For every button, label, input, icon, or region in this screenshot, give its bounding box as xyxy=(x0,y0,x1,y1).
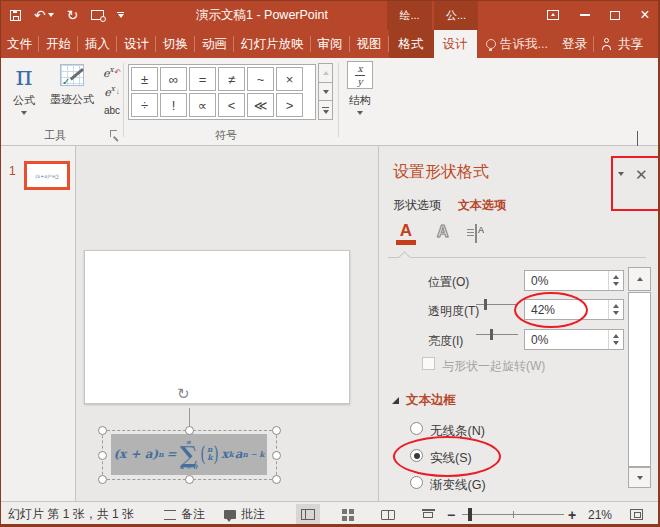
pane-scrollbar-thumb[interactable] xyxy=(628,292,651,467)
zoom-level[interactable]: 21% xyxy=(588,502,612,527)
symbol-cell[interactable]: ± xyxy=(131,67,158,91)
dialog-launcher-icon[interactable] xyxy=(110,130,119,139)
close-button[interactable]: × xyxy=(632,0,658,30)
transparency-slider-handle[interactable] xyxy=(484,299,487,310)
tab-home[interactable]: 开始 xyxy=(39,30,78,58)
tab-slideshow[interactable]: 幻灯片放映 xyxy=(234,30,311,58)
gallery-scroll-up-button[interactable] xyxy=(318,63,333,83)
brightness-slider-handle[interactable] xyxy=(490,329,493,340)
resize-handle-e[interactable] xyxy=(272,451,281,460)
slide-canvas[interactable]: ↻ (x + a)n = n ∑ k = 0 ( nk xyxy=(84,250,350,404)
gallery-more-button[interactable] xyxy=(318,100,333,120)
redo-button[interactable]: ↻ xyxy=(67,8,79,22)
tab-insert[interactable]: 插入 xyxy=(78,30,117,58)
resize-handle-ne[interactable] xyxy=(272,426,281,435)
slideshow-view-button[interactable] xyxy=(416,504,440,525)
symbol-cell[interactable]: ≪ xyxy=(247,93,274,117)
pane-scroll-up-button[interactable] xyxy=(628,267,651,291)
slide-sorter-button[interactable] xyxy=(336,504,360,525)
rotate-with-shape-checkbox[interactable] xyxy=(422,357,435,370)
reading-view-button[interactable] xyxy=(376,504,400,525)
symbol-cell[interactable]: ~ xyxy=(247,67,274,91)
equation-textbox[interactable]: ↻ (x + a)n = n ∑ k = 0 ( nk xyxy=(102,430,277,480)
zoom-out-button[interactable]: − xyxy=(447,502,455,527)
normal-text-button[interactable]: abc xyxy=(100,101,124,120)
tab-view[interactable]: 视图 xyxy=(350,30,389,58)
brightness-slider[interactable] xyxy=(476,329,518,340)
symbol-cell[interactable]: = xyxy=(189,67,216,91)
minimize-button[interactable] xyxy=(572,0,598,30)
resize-handle-se[interactable] xyxy=(272,475,281,484)
section-expand-icon[interactable] xyxy=(392,397,399,404)
text-outline-section-label[interactable]: 文本边框 xyxy=(406,392,456,409)
tab-text-options-active[interactable]: 文本选项 xyxy=(458,197,506,214)
text-fill-outline-button[interactable]: A xyxy=(396,222,416,245)
transparency-slider[interactable] xyxy=(476,299,518,310)
resize-handle-sw[interactable] xyxy=(98,475,107,484)
spin-down-icon[interactable] xyxy=(613,282,619,286)
ribbon-display-options-button[interactable] xyxy=(540,0,566,30)
symbol-cell[interactable]: × xyxy=(276,67,303,91)
brightness-value[interactable]: 0% xyxy=(525,330,608,349)
position-spinner[interactable]: 0% xyxy=(524,270,624,291)
no-line-radio[interactable] xyxy=(410,422,423,435)
tab-equation-design-active[interactable]: 设计 xyxy=(434,30,477,58)
rotate-handle-icon[interactable]: ↻ xyxy=(177,386,190,401)
ink-equation-button[interactable]: 墨迹公式 xyxy=(46,61,98,107)
maximize-button[interactable] xyxy=(602,0,628,30)
symbol-cell[interactable]: ! xyxy=(160,93,187,117)
spin-up-icon[interactable] xyxy=(613,334,619,338)
resize-handle-s[interactable] xyxy=(185,475,194,484)
spin-up-icon[interactable] xyxy=(613,304,619,308)
spin-down-icon[interactable] xyxy=(613,311,619,315)
symbol-cell[interactable]: ∝ xyxy=(189,93,216,117)
spin-up-icon[interactable] xyxy=(613,275,619,279)
symbol-cell[interactable]: > xyxy=(276,93,303,117)
notes-button[interactable]: 备注 xyxy=(164,502,205,527)
undo-dropdown-icon[interactable] xyxy=(48,13,54,17)
customize-qat-button[interactable] xyxy=(117,12,124,19)
equation-button[interactable]: π 公式 xyxy=(4,61,44,115)
normal-view-button[interactable] xyxy=(296,504,320,525)
brightness-spinner[interactable]: 0% xyxy=(524,329,624,350)
gallery-scroll-down-button[interactable] xyxy=(318,82,333,102)
text-effects-button[interactable]: A xyxy=(437,223,449,241)
undo-button[interactable]: ↶ xyxy=(34,8,54,22)
tab-file[interactable]: 文件 xyxy=(0,30,39,58)
tab-review[interactable]: 审阅 xyxy=(311,30,350,58)
textbox-options-button[interactable]: A xyxy=(475,225,477,243)
zoom-in-button[interactable]: + xyxy=(568,502,576,527)
resize-handle-nw[interactable] xyxy=(98,426,107,435)
resize-handle-n[interactable] xyxy=(185,426,194,435)
slide-thumbnail[interactable]: (x+a)ⁿ=∑ xyxy=(24,161,70,190)
spin-down-icon[interactable] xyxy=(613,341,619,345)
position-value[interactable]: 0% xyxy=(525,271,608,290)
share-label: 共享 xyxy=(618,36,643,53)
tab-transitions[interactable]: 切换 xyxy=(156,30,195,58)
symbol-cell[interactable]: < xyxy=(218,93,245,117)
tell-me-box[interactable]: 告诉我... xyxy=(479,30,555,58)
gradient-line-radio[interactable] xyxy=(410,476,423,489)
symbol-cell[interactable]: ∞ xyxy=(160,67,187,91)
tab-design[interactable]: 设计 xyxy=(117,30,156,58)
structures-button[interactable]: xy 结构 xyxy=(344,61,376,115)
symbol-cell[interactable]: ÷ xyxy=(131,93,158,117)
gradient-line-label[interactable]: 渐变线(G) xyxy=(430,477,486,494)
share-button[interactable]: 共享 xyxy=(594,30,650,58)
tab-animations[interactable]: 动画 xyxy=(195,30,234,58)
professional-format-button[interactable]: ex ↶ xyxy=(100,63,124,82)
start-slideshow-button[interactable] xyxy=(91,10,104,20)
contextual-tab-equation-tools[interactable]: 公... xyxy=(434,0,478,30)
pane-scroll-down-button[interactable] xyxy=(628,467,651,488)
comments-button[interactable]: 批注 xyxy=(224,502,265,527)
symbol-cell[interactable]: ≠ xyxy=(218,67,245,91)
fit-to-window-button[interactable] xyxy=(624,504,648,525)
zoom-slider-handle[interactable] xyxy=(468,508,472,521)
sign-in-button[interactable]: 登录 xyxy=(555,30,594,58)
tab-drawing-format[interactable]: 格式 xyxy=(389,30,434,58)
contextual-tab-drawing-tools[interactable]: 绘... xyxy=(387,0,432,30)
linear-format-button[interactable]: ex ↓ xyxy=(100,82,124,101)
tab-shape-options[interactable]: 形状选项 xyxy=(393,197,441,214)
save-button[interactable] xyxy=(10,10,21,21)
resize-handle-w[interactable] xyxy=(98,451,107,460)
